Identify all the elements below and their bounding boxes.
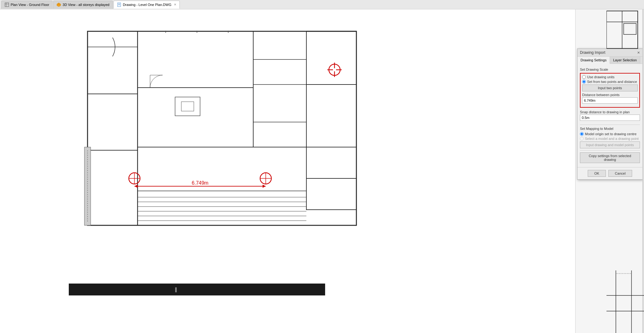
floor-plan-svg: 6.749m: [72, 19, 369, 244]
distance-label: Distance between points: [582, 93, 638, 97]
svg-rect-7: [118, 3, 121, 7]
tab-drawing-settings[interactable]: Drawing Settings: [577, 57, 610, 64]
radio-use-drawing-units-label: Use drawing units: [587, 75, 614, 79]
radio-set-from-two-points[interactable]: [582, 80, 586, 84]
tab-3d-view[interactable]: 3D View - all storeys displayed: [53, 1, 113, 9]
canvas-area[interactable]: 6.749m ▌: [0, 9, 575, 333]
ok-button[interactable]: OK: [588, 170, 606, 177]
tab-drawing-label: Drawing - Level One Plan.DWG: [123, 3, 171, 7]
set-mapping-label: Set Mapping to Model: [580, 127, 640, 131]
snap-distance-input[interactable]: [580, 115, 640, 121]
radio-model-origin-row: Model origin set to drawing centre: [580, 132, 640, 136]
right-panel: Drawing Import ✕ Drawing Settings Layer …: [575, 9, 644, 333]
cancel-button[interactable]: Cancel: [608, 170, 632, 177]
svg-rect-0: [5, 3, 9, 7]
dialog-footer: OK Cancel: [577, 167, 642, 179]
status-text: ▌: [175, 287, 219, 292]
status-bar: ▌: [69, 284, 325, 295]
drawing-import-dialog: Drawing Import ✕ Drawing Settings Layer …: [577, 49, 643, 180]
right-plan-fragment: [606, 9, 644, 50]
distance-input[interactable]: [582, 97, 638, 104]
tab-plan-view-label: Plan View - Ground Floor: [11, 3, 49, 7]
dialog-close-button[interactable]: ✕: [637, 51, 640, 55]
input-two-points-button[interactable]: Input two points: [582, 85, 638, 91]
tab-layer-selection[interactable]: Layer Selection: [610, 57, 640, 64]
radio-set-from-two-points-row: Set from two points and distance: [582, 80, 638, 84]
radio-select-model-point-label: Select a model and a drawing point: [585, 137, 639, 141]
radio-model-origin-label: Model origin set to drawing centre: [585, 132, 636, 136]
divider-2: [580, 150, 640, 151]
plan-icon: [5, 3, 9, 7]
main-area: 6.749m ▌: [0, 9, 644, 333]
crosshair-cursor: [327, 62, 342, 78]
radio-model-origin[interactable]: [580, 132, 584, 136]
radio-use-drawing-units[interactable]: [582, 75, 586, 79]
tab-plan-view[interactable]: Plan View - Ground Floor: [1, 1, 53, 9]
dialog-title: Drawing Import: [580, 50, 605, 55]
set-drawing-scale-label: Set Drawing Scale: [580, 68, 640, 71]
3d-icon: [57, 3, 61, 7]
radio-set-from-two-points-label: Set from two points and distance: [587, 80, 637, 84]
copy-settings-button[interactable]: Copy settings from selected drawing: [580, 152, 640, 163]
bottom-right-plan-fragment: [606, 270, 644, 333]
svg-text:6.749m: 6.749m: [192, 180, 208, 186]
red-bordered-section: Use drawing units Set from two points an…: [580, 73, 640, 108]
tab-3d-view-label: 3D View - all storeys displayed: [63, 3, 109, 7]
snap-distance-label: Snap distance to drawing in plan: [580, 110, 640, 114]
drawing-icon: [117, 3, 121, 7]
title-bar: Plan View - Ground Floor 3D View - all s…: [0, 0, 644, 9]
tab-drawing-close[interactable]: ✕: [174, 3, 176, 6]
divider-1: [580, 125, 640, 125]
dialog-tabs: Drawing Settings Layer Selection: [577, 57, 642, 64]
radio-use-drawing-units-row: Use drawing units: [582, 75, 638, 79]
dialog-content: Set Drawing Scale Use drawing units Set …: [577, 64, 642, 167]
tab-drawing[interactable]: Drawing - Level One Plan.DWG ✕: [113, 1, 180, 9]
radio-select-model-point[interactable]: [580, 137, 584, 141]
svg-rect-12: [88, 31, 356, 225]
input-drawing-model-points-button[interactable]: Input drawing and model points: [580, 141, 640, 148]
radio-select-model-point-row: Select a model and a drawing point: [580, 137, 640, 141]
